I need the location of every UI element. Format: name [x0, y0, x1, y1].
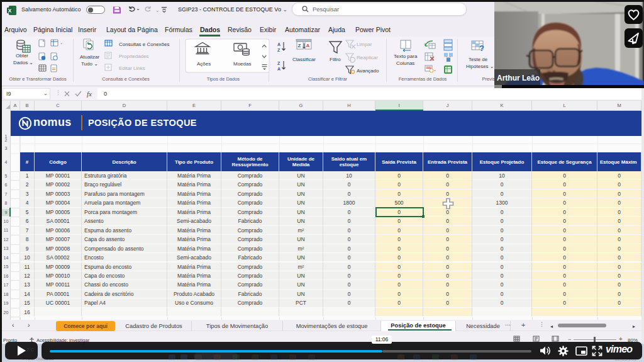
svg-text:Reaplicar: Reaplicar [357, 55, 378, 60]
svg-text:Z: Z [298, 43, 301, 48]
svg-text:A: A [306, 43, 310, 48]
svg-text:Editar Links: Editar Links [119, 65, 145, 71]
svg-text:fx: fx [87, 90, 92, 98]
svg-text:Teste de: Teste de [469, 57, 488, 62]
svg-text:Obter: Obter [16, 53, 28, 59]
svg-text:Dados ⌄: Dados ⌄ [13, 60, 33, 65]
svg-text:Limpar: Limpar [357, 42, 372, 47]
svg-text:Tudo ⌄: Tudo ⌄ [81, 61, 98, 67]
svg-text:Hipóteses ⌄: Hipóteses ⌄ [466, 64, 494, 69]
svg-text:Colunas: Colunas [396, 60, 414, 66]
svg-text:Ações: Ações [197, 61, 211, 67]
svg-text:Classificar: Classificar [292, 57, 316, 62]
svg-text:Arthur Leão: Arthur Leão [497, 74, 540, 82]
svg-text:Z: Z [277, 61, 280, 65]
svg-text:Propriedades: Propriedades [119, 54, 149, 59]
svg-text:A: A [277, 67, 280, 71]
svg-text:Filtro: Filtro [330, 57, 341, 62]
svg-text:⌄: ⌄ [60, 41, 63, 45]
svg-text:Consultas e Conexões: Consultas e Conexões [119, 42, 170, 47]
svg-text:Moedas: Moedas [233, 61, 251, 67]
svg-text:A: A [277, 42, 280, 47]
svg-text:X: X [8, 8, 11, 14]
svg-text:Atualizar: Atualizar [80, 54, 99, 60]
svg-text:Texto para: Texto para [394, 54, 418, 59]
svg-text:⌄: ⌄ [433, 68, 436, 72]
svg-text:Z: Z [277, 48, 280, 52]
svg-text:?: ? [479, 43, 484, 53]
svg-text:Avançado: Avançado [357, 68, 379, 74]
